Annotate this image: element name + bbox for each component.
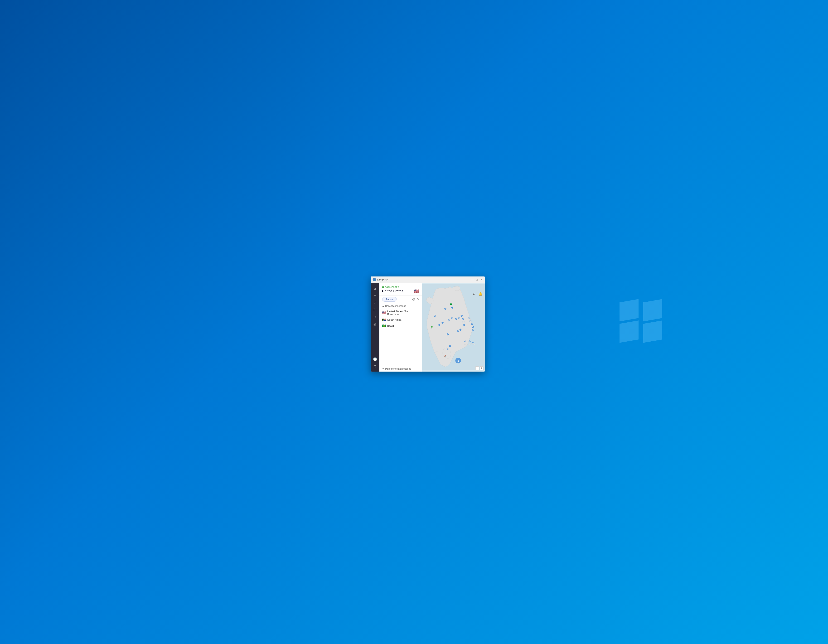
svg-point-25 xyxy=(459,318,459,318)
windows-logo xyxy=(619,301,662,343)
window-title: NordVPN xyxy=(377,278,471,281)
nordvpn-window: NordVPN — □ ✕ ⌂ ≡ ✓ ⬡ ⊕ ◎ 🕐 ⚙ xyxy=(371,276,485,371)
controls-row: Pause ⏻ ↻ xyxy=(379,296,422,303)
window-top-right-icons: ⬇ 🔔 xyxy=(471,292,483,296)
svg-point-21 xyxy=(452,318,453,318)
svg-point-41 xyxy=(452,307,453,308)
recent-connection-za[interactable]: 🇿🇦 South Africa xyxy=(379,317,422,323)
title-bar: NordVPN — □ ✕ xyxy=(371,276,485,283)
country-flag: 🇺🇸 xyxy=(414,289,419,293)
svg-point-31 xyxy=(463,322,464,322)
svg-point-11 xyxy=(431,327,432,328)
svg-point-52 xyxy=(469,341,470,342)
expand-icon: ▼ xyxy=(382,368,384,370)
status-badge: CONNECTED xyxy=(382,286,419,288)
svg-point-19 xyxy=(448,320,449,321)
svg-point-29 xyxy=(463,319,463,320)
zoom-in-button[interactable]: + xyxy=(480,366,483,370)
svg-point-1 xyxy=(434,351,436,352)
svg-point-54 xyxy=(473,342,473,343)
svg-point-23 xyxy=(455,319,456,320)
zoom-out-button[interactable]: − xyxy=(475,366,479,370)
desktop: NordVPN — □ ✕ ⌂ ≡ ✓ ⬡ ⊕ ◎ 🕐 ⚙ xyxy=(0,0,828,644)
svg-point-4 xyxy=(467,343,468,344)
power-icon[interactable]: ⏻ xyxy=(412,298,415,301)
more-options-label: More connection options xyxy=(385,368,411,370)
svg-point-6 xyxy=(471,343,473,344)
recent-connection-br[interactable]: 🇧🇷 Brazil xyxy=(379,323,422,329)
svg-text:4: 4 xyxy=(457,360,459,362)
sidebar-item-shield[interactable]: ✓ xyxy=(372,299,378,306)
window-body: ⌂ ≡ ✓ ⬡ ⊕ ◎ 🕐 ⚙ CONNECTED xyxy=(371,283,485,371)
sidebar-item-settings[interactable]: ⚙ xyxy=(372,363,378,370)
connection-status: CONNECTED United States 🇺🇸 xyxy=(379,283,422,296)
svg-point-2 xyxy=(436,351,438,352)
us-flag: 🇺🇸 xyxy=(382,311,386,315)
svg-point-37 xyxy=(458,331,458,331)
svg-point-7 xyxy=(474,344,475,345)
svg-text:🌲: 🌲 xyxy=(449,302,452,306)
svg-point-48 xyxy=(450,346,450,346)
pause-button[interactable]: Pause xyxy=(382,297,397,302)
sidebar-item-specialty[interactable]: ⬡ xyxy=(372,306,378,313)
sidebar-item-servers[interactable]: ≡ xyxy=(372,292,378,299)
svg-point-5 xyxy=(469,344,470,345)
download-icon[interactable]: ⬇ xyxy=(471,292,476,296)
svg-point-46 xyxy=(447,348,448,349)
za-flag: 🇿🇦 xyxy=(382,318,386,322)
svg-point-56 xyxy=(468,318,469,318)
sidebar: ⌂ ≡ ✓ ⬡ ⊕ ◎ 🕐 ⚙ xyxy=(371,283,379,371)
svg-point-13 xyxy=(438,324,439,325)
panel: CONNECTED United States 🇺🇸 Pause ⏻ ↻ xyxy=(379,283,422,371)
window-controls: — □ ✕ xyxy=(471,278,483,281)
recent-connections-label: Recent connections xyxy=(385,305,406,307)
recent-connection-us[interactable]: 🇺🇸 United States (San Francisco) xyxy=(379,309,422,317)
control-icons: ⏻ ↻ xyxy=(412,298,419,301)
recent-connections-header[interactable]: ▲ Recent connections xyxy=(379,303,422,309)
svg-point-62 xyxy=(473,327,474,327)
notification-icon[interactable]: 🔔 xyxy=(478,292,483,296)
svg-point-35 xyxy=(460,329,461,330)
svg-point-9 xyxy=(434,315,435,316)
status-dot xyxy=(382,286,384,288)
app-icon xyxy=(373,278,376,281)
svg-point-60 xyxy=(472,323,472,324)
collapse-icon: ▲ xyxy=(382,305,384,307)
svg-point-58 xyxy=(470,321,471,321)
country-name: United States xyxy=(382,289,403,293)
recent-connections-section: ▲ Recent connections 🇺🇸 United States (S… xyxy=(379,303,422,366)
br-connection-name: Brazil xyxy=(387,324,394,327)
svg-text:⛵: ⛵ xyxy=(444,354,447,357)
sidebar-item-history[interactable]: 🕐 xyxy=(372,356,378,362)
us-connection-name: United States (San Francisco) xyxy=(387,310,419,316)
svg-point-17 xyxy=(447,334,448,334)
svg-point-50 xyxy=(465,341,465,342)
sidebar-item-target[interactable]: ◎ xyxy=(372,321,378,327)
br-flag: 🇧🇷 xyxy=(382,324,386,327)
status-text: CONNECTED xyxy=(385,286,399,288)
svg-point-27 xyxy=(461,315,462,316)
svg-point-3 xyxy=(464,344,466,345)
country-row: United States 🇺🇸 xyxy=(382,289,419,293)
map-controls: − + xyxy=(475,366,483,370)
sidebar-item-home[interactable]: ⌂ xyxy=(372,285,378,292)
maximize-button[interactable]: □ xyxy=(475,278,478,281)
svg-point-64 xyxy=(472,330,473,331)
za-connection-name: South Africa xyxy=(387,318,401,321)
more-options[interactable]: ▼ More connection options xyxy=(379,366,422,371)
minimize-button[interactable]: — xyxy=(471,278,474,281)
close-button[interactable]: ✕ xyxy=(480,278,483,281)
svg-point-15 xyxy=(442,322,443,323)
svg-point-33 xyxy=(464,324,464,325)
sidebar-item-mesh[interactable]: ⊕ xyxy=(372,313,378,320)
svg-point-39 xyxy=(445,308,445,309)
map-area[interactable]: 🌲 4 xyxy=(422,283,485,371)
refresh-icon[interactable]: ↻ xyxy=(417,298,419,301)
